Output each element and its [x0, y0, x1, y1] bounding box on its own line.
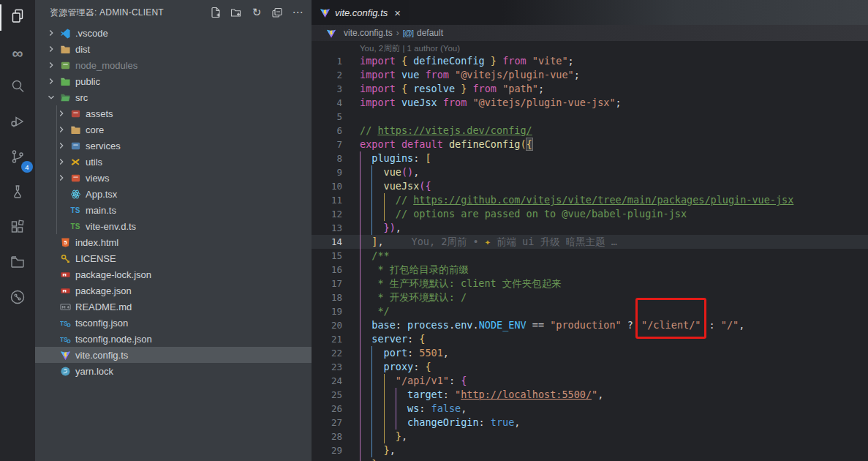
refresh-icon[interactable]: ↻ [249, 4, 265, 20]
code-line-5[interactable]: 5 [312, 110, 868, 124]
file-row-app-tsx[interactable]: App.tsx [35, 186, 312, 202]
breadcrumb-file[interactable]: vite.config.ts [344, 28, 393, 38]
file-label: utils [86, 157, 102, 168]
file-row-node-modules[interactable]: node_modules [35, 57, 312, 73]
file-row-index-html[interactable]: 5index.html [35, 234, 312, 250]
code-line-2[interactable]: 2import vue from "@vitejs/plugin-vue"; [312, 68, 868, 82]
indent-guide [384, 388, 385, 402]
code-token: , [396, 222, 401, 233]
code-line-1[interactable]: 1import { defineConfig } from "vite"; [312, 54, 868, 68]
tab-bar: vite.config.ts × [312, 0, 868, 25]
explorer-activity-button[interactable] [0, 0, 35, 35]
file-row-license[interactable]: LICENSE [35, 250, 312, 266]
code-token: == [527, 319, 551, 331]
file-row-vite-env-d-ts[interactable]: TSvite-env.d.ts [35, 218, 312, 234]
file-row-tsconfig-json[interactable]: TStsconfig.json [35, 315, 312, 331]
file-row-public[interactable]: public [35, 73, 312, 89]
code-token [360, 277, 377, 289]
file-row-package-json[interactable]: package.json [35, 282, 312, 299]
indent-guide [360, 277, 361, 291]
file-row--vscode[interactable]: .vscode [35, 25, 312, 41]
code-token: { [461, 375, 467, 386]
file-row-services[interactable]: services [35, 138, 312, 154]
gitlens-authors-lens[interactable]: You, 2周前 | 1 author (You) [312, 41, 868, 54]
new-folder-button[interactable] [228, 4, 244, 20]
code-line-21[interactable]: 21 server: { [312, 332, 868, 346]
code-line-18[interactable]: 18 * 开发环境默认: / [312, 291, 868, 304]
code-line-26[interactable]: 26 ws: false, [312, 402, 868, 416]
testing-activity-button[interactable] [0, 176, 35, 211]
indent-guide [371, 221, 372, 235]
indent-guide [360, 374, 361, 388]
code-line-29[interactable]: 29 }, [312, 443, 868, 457]
indent-guide [371, 207, 372, 221]
code-line-30[interactable]: 30 }, [312, 457, 868, 461]
file-row-yarn-lock[interactable]: yarn.lock [35, 363, 312, 379]
file-row-package-lock-json[interactable]: package-lock.json [35, 266, 312, 282]
code-line-3[interactable]: 3import { resolve } from "path"; [312, 82, 868, 96]
run-debug-activity-button[interactable] [0, 105, 35, 140]
close-tab-icon[interactable]: × [392, 7, 403, 19]
file-row-main-ts[interactable]: TSmain.ts [35, 202, 312, 218]
line-content: // options are passed on to @vue/babel-p… [360, 207, 687, 221]
file-row-tsconfig-node-json[interactable]: TStsconfig.node.json [35, 331, 312, 347]
ts-file-icon: TS [69, 220, 82, 232]
more-actions-button[interactable]: ⋯ [290, 4, 306, 20]
file-row-readme-md[interactable]: README.md [35, 299, 312, 315]
code-line-17[interactable]: 17 * 生产环境默认: client 文件夹包起来 [312, 277, 868, 291]
file-row-core[interactable]: core [35, 121, 312, 138]
code-line-13[interactable]: 13 }), [312, 221, 868, 235]
code-line-23[interactable]: 23 proxy: { [312, 360, 868, 374]
line-number: 4 [312, 96, 342, 110]
file-row-assets[interactable]: assets [35, 105, 312, 121]
code-line-6[interactable]: 6// https://vitejs.dev/config/ [312, 124, 868, 138]
breadcrumb[interactable]: vite.config.ts › [@] default [312, 25, 868, 41]
symbol-variable-icon: [@] [403, 29, 413, 37]
infinity-logo-activity-button[interactable]: ∞ [0, 35, 35, 70]
code-token: import [360, 83, 401, 94]
chevron-right-icon [56, 108, 67, 119]
code-line-22[interactable]: 22 port: 5501, [312, 346, 868, 360]
code-line-28[interactable]: 28 }, [312, 430, 868, 443]
code-line-4[interactable]: 4import vueJsx from "@vitejs/plugin-vue-… [312, 96, 868, 110]
code-line-8[interactable]: 8 plugins: [ [312, 151, 868, 165]
code-token: "path" [502, 83, 538, 94]
code-line-14[interactable]: 14 ],You, 2周前 • ✦ 前端 ui 升级 暗黑主题 … [312, 235, 868, 249]
tab-vite-config[interactable]: vite.config.ts × [312, 0, 409, 25]
code-line-25[interactable]: 25 target: "http://localhost:5500/", [312, 388, 868, 402]
new-file-button[interactable] [208, 4, 224, 20]
code-token: { [527, 138, 532, 150]
line-number: 28 [312, 430, 342, 443]
collapse-all-button[interactable] [269, 4, 285, 20]
code-line-19[interactable]: 19 */ [312, 304, 868, 318]
code-line-24[interactable]: 24 "/api/v1": { [312, 374, 868, 388]
git-circle-activity-button[interactable] [0, 281, 35, 316]
code-line-16[interactable]: 16 * 打包给目录的前缀 [312, 263, 868, 277]
source-control-activity-button[interactable]: 4 [0, 140, 35, 176]
file-row-vite-config-ts[interactable]: vite.config.ts [35, 347, 312, 363]
code-line-7[interactable]: 7export default defineConfig({ [312, 138, 868, 151]
code-token: } [455, 83, 467, 94]
folder-explorer-activity-button[interactable] [0, 246, 35, 281]
code-line-27[interactable]: 27 changeOrigin: true, [312, 416, 868, 430]
file-row-views[interactable]: views [35, 170, 312, 186]
code-line-10[interactable]: 10 vueJsx({ [312, 179, 868, 193]
code-token: server [371, 333, 407, 345]
chevron-down-icon [45, 91, 57, 103]
code-editor[interactable]: 1import { defineConfig } from "vite";2im… [312, 54, 868, 461]
explorer-actions: ↻ ⋯ [208, 4, 306, 20]
code-line-11[interactable]: 11 // https://github.com/vitejs/vite/tre… [312, 193, 868, 207]
code-line-20[interactable]: 20 base: process.env.NODE_ENV == "produc… [312, 318, 868, 332]
file-row-src[interactable]: src [35, 89, 312, 105]
explorer-title: 资源管理器: ADMIN-CLIENT [50, 7, 208, 19]
code-line-12[interactable]: 12 // options are passed on to @vue/babe… [312, 207, 868, 221]
code-line-9[interactable]: 9 vue(), [312, 165, 868, 179]
code-line-15[interactable]: 15 /** [312, 249, 868, 263]
file-row-utils[interactable]: utils [35, 154, 312, 170]
search-activity-button[interactable] [0, 70, 35, 105]
file-row-dist[interactable]: dist [35, 41, 312, 57]
extensions-activity-button[interactable] [0, 211, 35, 246]
line-content: * 生产环境默认: client 文件夹包起来 [360, 277, 562, 291]
breadcrumb-symbol[interactable]: default [417, 28, 443, 38]
line-content: ],You, 2周前 • ✦ 前端 ui 升级 暗黑主题 … [360, 235, 617, 249]
